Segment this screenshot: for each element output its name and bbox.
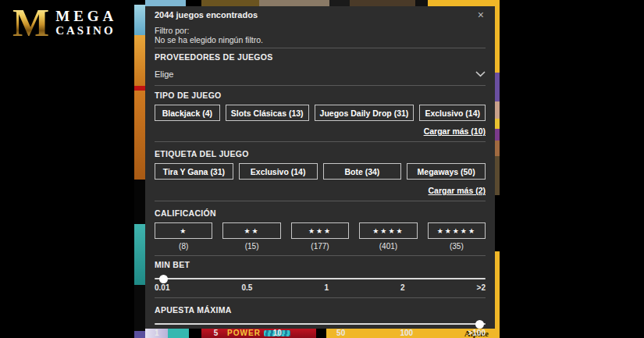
divider [155,255,486,256]
rating-3-star-button[interactable]: ★★★ [291,222,349,239]
bg-game-tiles-left [134,0,145,338]
game-type-option-exclusivo[interactable]: Exclusivo (14) [419,105,486,121]
game-tag-option-tira-y-gana[interactable]: Tira Y Gana (31) [155,163,233,180]
game-tag-option-megaways[interactable]: Megaways (50) [407,163,486,180]
divider [155,141,486,142]
rating-5-star-count: (35) [450,243,464,251]
min-bet-heading: MIN BET [155,261,486,269]
max-bet-slider[interactable] [155,323,486,325]
game-tag-load-more-link[interactable]: Cargar más (2) [428,187,486,195]
rating-3-star-count: (177) [311,243,329,251]
bg-tile [495,195,500,251]
divider [155,48,486,48]
game-tag-option-bote[interactable]: Bote (34) [323,163,402,180]
min-bet-slider[interactable] [155,278,486,279]
max-bet-tick: 50 [336,329,345,337]
game-tag-options: Tira Y Gana (31) Exclusivo (14) Bote (34… [155,163,486,180]
bg-tile [134,285,145,331]
game-tag-heading: ETIQUETA DEL JUEGO [155,150,486,158]
providers-select-value: Elige [155,69,173,79]
bg-tile [495,141,500,156]
min-bet-tick: 0.5 [241,283,252,292]
max-bet-tick: >100 [468,329,486,337]
rating-1-star-count: (8) [179,243,188,251]
results-count-title: 2044 juegos encontrados [155,10,258,20]
bg-tile [134,180,145,224]
logo-text: MEGA CASINO [55,8,117,37]
game-type-options: Blackjack (4) Slots Clásicas (13) Juegos… [155,105,486,121]
rating-col-5-star: ★★★★★ (35) [428,222,486,251]
bg-tile [134,331,145,338]
bg-tile [495,129,500,141]
bg-tile [495,251,500,338]
max-bet-tick: 100 [400,329,414,337]
game-tag-load-more-row: Cargar más (2) [155,187,486,195]
active-filters: Filtro por: No se ha elegido ningún filt… [155,26,486,44]
game-type-option-daily-drop[interactable]: Juegos Daily Drop (31) [315,105,415,121]
rating-heading: CALIFICACIÓN [155,209,486,218]
bg-tile [134,224,145,285]
min-bet-tick: >2 [477,283,486,292]
game-type-option-slots-clasicas[interactable]: Slots Clásicas (13) [226,105,309,121]
bg-tile [415,0,428,6]
bg-tile [201,0,259,6]
max-bet-tick: 10 [273,329,282,337]
game-type-option-blackjack[interactable]: Blackjack (4) [155,105,220,121]
game-filter-modal: 2044 juegos encontrados × Filtro por: No… [145,6,495,329]
min-bet-tick: 1 [324,283,329,292]
min-bet-tick: 0.01 [155,283,169,292]
bg-tile [495,119,500,129]
max-bet-ticks: 1 5 10 50 100 >100 [155,329,486,337]
min-bet-tick: 2 [400,283,405,292]
game-type-heading: TIPO DE JUEGO [155,91,486,100]
close-icon[interactable]: × [476,10,486,20]
divider [155,85,486,86]
bg-tile [350,0,415,6]
rating-5-star-button[interactable]: ★★★★★ [428,222,486,239]
max-bet-tick: 1 [155,329,159,337]
bg-tile [495,101,500,119]
modal-header: 2044 juegos encontrados × [155,10,486,20]
page: M MEGA CASINO [0,0,644,338]
min-bet-ticks: 0.01 0.5 1 2 >2 [155,283,486,292]
logo-line-mega: MEGA [55,8,117,24]
filter-by-value: No se ha elegido ningún filtro. [155,35,486,44]
game-tag-option-exclusivo[interactable]: Exclusivo (14) [239,163,318,180]
providers-select[interactable]: Elige [155,69,486,79]
bg-game-tiles-right [495,0,500,338]
bg-game-tiles-top [145,0,500,6]
bg-tile [134,5,145,35]
bg-tile [134,35,145,86]
rating-col-1-star: ★ (8) [155,222,212,251]
rating-options: ★ (8) ★★ (15) ★★★ (177) ★★★★ (401) ★★★★★… [155,222,486,251]
game-type-load-more-link[interactable]: Cargar más (10) [424,127,486,136]
logo-monogram: M [12,5,49,41]
chevron-down-icon [475,71,486,77]
rating-2-star-button[interactable]: ★★ [222,222,280,239]
providers-heading: PROVEEDORES DE JUEGOS [155,53,486,62]
bg-tile [259,0,329,6]
max-bet-tick: 5 [214,329,219,337]
rating-4-star-count: (401) [379,243,397,251]
mega-casino-logo[interactable]: M MEGA CASINO [12,5,117,41]
bg-tile [329,0,350,6]
bg-tile [495,0,500,73]
bg-tile [495,156,500,195]
divider [155,297,486,298]
bg-tile [495,73,500,101]
min-bet-slider-handle[interactable] [159,275,168,283]
rating-2-star-count: (15) [245,243,259,251]
bg-tile [186,0,201,6]
rating-col-3-star: ★★★ (177) [291,222,349,251]
bg-tile [145,0,186,6]
game-type-load-more-row: Cargar más (10) [155,127,486,136]
logo-line-casino: CASINO [55,24,117,37]
max-bet-slider-handle[interactable] [475,320,484,329]
max-bet-heading: APUESTA MÁXIMA [155,306,486,315]
rating-col-2-star: ★★ (15) [222,222,280,251]
bg-tile [428,0,500,6]
rating-1-star-button[interactable]: ★ [155,222,212,239]
rating-4-star-button[interactable]: ★★★★ [359,222,417,239]
bg-tile [134,91,145,180]
divider [155,201,486,201]
